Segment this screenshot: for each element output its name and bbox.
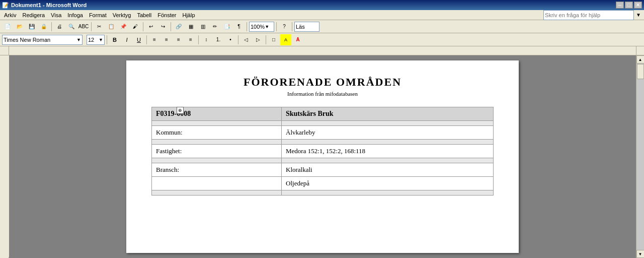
title-bar-title: 📝 Dokument1 - Microsoft Word xyxy=(2,2,87,9)
drawing-button[interactable]: ✏ xyxy=(209,21,220,32)
align-left-button[interactable]: ≡ xyxy=(149,34,160,45)
table-value-bransch1: Kloralkali xyxy=(282,163,494,177)
table-row: Bransch: Kloralkali xyxy=(152,163,494,177)
help-btn[interactable]: ? xyxy=(279,21,290,32)
menu-visa[interactable]: Visa xyxy=(48,11,64,19)
menu-arkiv[interactable]: Arkiv xyxy=(1,11,19,19)
table-label-bransch: Bransch: xyxy=(152,163,282,177)
table-row xyxy=(152,121,494,126)
menu-tabell[interactable]: Tabell xyxy=(134,11,154,19)
hyperlink-button[interactable]: 🔗 xyxy=(173,21,184,32)
svg-rect-0 xyxy=(9,46,636,55)
spellcheck-button[interactable]: ABC xyxy=(78,21,89,32)
table-row xyxy=(152,140,494,145)
sep-f4 xyxy=(238,35,238,44)
font-name-box[interactable]: Times New Roman ▼ xyxy=(2,35,83,45)
table-value-kommun: Älvkarleby xyxy=(282,126,494,140)
toolbar-1: 📄 📂 💾 🔒 🖨 🔍 ABC ✂ 📋 📌 🖌 ↩ ↪ 🔗 ▦ ▥ ✏ 📑 ¶ … xyxy=(0,20,644,33)
close-button[interactable]: ✕ xyxy=(634,2,642,9)
zoom-input[interactable]: 100%▼ xyxy=(249,22,274,32)
printpreview-button[interactable]: 🔍 xyxy=(66,21,77,32)
title-bar: 📝 Dokument1 - Microsoft Word ─ □ ✕ xyxy=(0,0,644,10)
italic-button[interactable]: I xyxy=(121,34,132,45)
redo-button[interactable]: ↪ xyxy=(157,21,169,32)
table-row: Kommun: Älvkarleby xyxy=(152,126,494,140)
underline-button[interactable]: U xyxy=(133,34,144,45)
app-icon: 📝 xyxy=(2,2,9,9)
print-button[interactable]: 🖨 xyxy=(54,21,65,32)
sep3 xyxy=(143,22,143,31)
bulletlist-button[interactable]: • xyxy=(225,34,236,45)
open-button[interactable]: 📂 xyxy=(14,21,25,32)
menu-infoga[interactable]: Infoga xyxy=(64,11,86,19)
svg-rect-1 xyxy=(0,55,9,257)
menu-redigera[interactable]: Redigera xyxy=(19,11,48,19)
table-row xyxy=(152,158,494,163)
restore-button[interactable]: □ xyxy=(625,2,633,9)
menu-fonster[interactable]: Fönster xyxy=(154,11,179,19)
minimize-button[interactable]: ─ xyxy=(616,2,624,9)
bold-button[interactable]: B xyxy=(109,34,120,45)
linespacing-button[interactable]: ↕ xyxy=(201,34,212,45)
table-move-handle[interactable]: ⊕ xyxy=(177,107,184,114)
save-button[interactable]: 💾 xyxy=(26,21,37,32)
font-size-box[interactable]: 12 ▼ xyxy=(87,35,105,45)
table-button[interactable]: ▦ xyxy=(185,21,196,32)
menu-verktyg[interactable]: Verktyg xyxy=(110,11,134,19)
page-subtitle: Information från mifodatabasen xyxy=(151,91,494,97)
outside-border-button[interactable]: □ xyxy=(268,34,279,45)
numberedlist-button[interactable]: 1. xyxy=(213,34,224,45)
title-bar-controls: ─ □ ✕ xyxy=(616,2,642,9)
ruler-vertical xyxy=(0,55,9,258)
table-header-col1: F0319-0008 xyxy=(152,107,282,121)
align-center-button[interactable]: ≡ xyxy=(161,34,172,45)
sep6 xyxy=(276,22,277,31)
new-button[interactable]: 📄 xyxy=(2,21,13,32)
sep-f1 xyxy=(107,35,107,44)
ruler-v-svg xyxy=(0,55,9,257)
font-size-arrow[interactable]: ▼ xyxy=(99,37,103,42)
showformat-button[interactable]: ¶ xyxy=(233,21,245,32)
scroll-track[interactable] xyxy=(636,63,645,250)
outdent-button[interactable]: ◁ xyxy=(240,34,252,45)
cut-button[interactable]: ✂ xyxy=(94,21,105,32)
scroll-down-button[interactable]: ▼ xyxy=(636,250,645,258)
document-table: F0319-0008 Skutskärs Bruk Kommun: Älvkar… xyxy=(151,107,494,196)
toolbar-2: Times New Roman ▼ 12 ▼ B I U ≡ ≡ ≡ ≡ ↕ 1… xyxy=(0,33,644,46)
page: FÖRORENADE OMRÅDEN Information från mifo… xyxy=(126,60,519,253)
indent-button[interactable]: ▷ xyxy=(253,34,264,45)
ruler-scrollbar xyxy=(636,46,644,55)
menu-format[interactable]: Format xyxy=(86,11,110,19)
help-arrow[interactable]: ▼ xyxy=(634,12,643,18)
align-justify-button[interactable]: ≡ xyxy=(185,34,196,45)
scroll-thumb[interactable] xyxy=(637,64,644,79)
undo-button[interactable]: ↩ xyxy=(145,21,156,32)
ruler-svg xyxy=(9,46,636,55)
paste-button[interactable]: 📌 xyxy=(118,21,129,32)
table-header-row: F0319-0008 Skutskärs Bruk xyxy=(152,107,494,121)
ruler-row xyxy=(0,46,644,55)
read-mode-btn[interactable]: Läs xyxy=(294,22,319,32)
docmap-button[interactable]: 📑 xyxy=(221,21,232,32)
menu-hjalp[interactable]: Hjälp xyxy=(179,11,198,19)
table-row xyxy=(152,190,494,196)
formatpaint-button[interactable]: 🖌 xyxy=(130,21,141,32)
columns-button[interactable]: ▥ xyxy=(197,21,208,32)
help-search-input[interactable] xyxy=(543,10,634,20)
sep-f3 xyxy=(198,35,199,44)
copy-button[interactable]: 📋 xyxy=(106,21,117,32)
scroll-up-button[interactable]: ▲ xyxy=(636,55,645,63)
sep-f2 xyxy=(146,35,147,44)
permission-button[interactable]: 🔒 xyxy=(38,21,49,32)
highlight-button[interactable]: A xyxy=(280,34,291,45)
fontcolor-button[interactable]: A xyxy=(292,34,303,45)
font-name-arrow[interactable]: ▼ xyxy=(76,37,81,42)
table-label-kommun: Kommun: xyxy=(152,126,282,140)
sep-f5 xyxy=(266,35,266,44)
align-right-button[interactable]: ≡ xyxy=(173,34,184,45)
sep2 xyxy=(91,22,92,31)
table-value-fastighet: Medora 152:1, 152:2, 168:118 xyxy=(282,145,494,158)
title-bar-text: Dokument1 - Microsoft Word xyxy=(11,2,87,8)
main-area: FÖRORENADE OMRÅDEN Information från mifo… xyxy=(0,55,644,258)
table-container: ⊕ F0319-0008 Skutskärs Bruk xyxy=(151,107,494,196)
